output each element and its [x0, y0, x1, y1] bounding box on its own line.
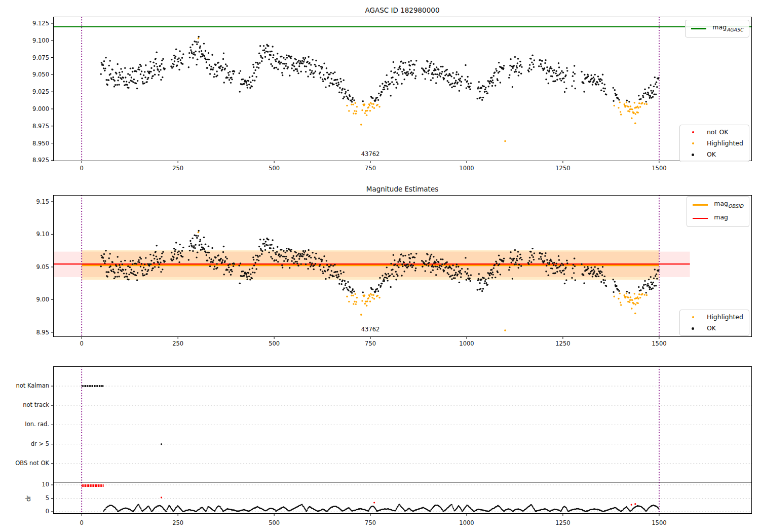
- y-tick-label: 9.15: [27, 198, 49, 205]
- y-tick-label: 9.025: [27, 88, 49, 95]
- x-tick-label: 500: [269, 165, 280, 172]
- panel1-title: AGASC ID 182980000: [365, 6, 440, 14]
- y-tick-label: 9.075: [27, 54, 49, 61]
- category-label: not track: [3, 401, 49, 408]
- legend-row: magOBSID: [693, 200, 743, 210]
- y-tick-label: 9.05: [27, 263, 49, 271]
- legend-row: mag: [693, 214, 743, 223]
- x-tick-label: 0: [80, 340, 84, 347]
- y-tick-label: 9.000: [27, 105, 49, 112]
- dr-tick-label: 5: [27, 495, 49, 502]
- x-tick-label: 1000: [459, 340, 474, 347]
- x-tick-label: 500: [269, 519, 280, 526]
- category-label: OBS not OK: [3, 460, 49, 467]
- mag-agasc-line-icon: [691, 28, 706, 29]
- x-tick-label: 1250: [555, 165, 570, 172]
- legend-mag-agasc: magAGASC: [685, 20, 749, 37]
- legend-point-classes-panel2: Highlighted OK: [679, 310, 749, 336]
- x-tick-label: 1250: [555, 340, 570, 347]
- legend-mag-lines-panel2: magOBSID mag: [687, 196, 749, 227]
- x-tick-label: 750: [365, 519, 376, 526]
- highlighted-dot-icon: [686, 142, 701, 144]
- y-tick-label: 9.050: [27, 71, 49, 78]
- dr-tick-label: 10: [27, 481, 49, 488]
- panel1-axes: [53, 17, 752, 161]
- legend-row: Highlighted: [686, 314, 743, 321]
- x-tick-label: 1000: [459, 165, 474, 172]
- x-tick-label: 1500: [652, 340, 666, 347]
- not-ok-dot-icon: [686, 131, 701, 133]
- obsid-annotation-panel2: 43762: [361, 326, 380, 333]
- mag-obsid-line-icon: [693, 204, 708, 206]
- x-tick-label: 0: [80, 165, 84, 172]
- legend-row: magAGASC: [691, 24, 743, 33]
- y-tick-label: 9.100: [27, 37, 49, 44]
- legend-label: magAGASC: [712, 24, 743, 33]
- obsid-annotation-panel1: 43762: [361, 150, 380, 158]
- x-tick-label: 0: [80, 519, 84, 526]
- x-tick-label: 250: [172, 340, 183, 347]
- x-tick-label: 1250: [555, 519, 570, 526]
- category-label: not Kalman: [3, 382, 49, 389]
- y-tick-label: 8.925: [27, 157, 49, 164]
- x-tick-label: 750: [365, 340, 376, 347]
- x-tick-label: 1500: [652, 519, 666, 526]
- y-tick-label: 8.950: [27, 140, 49, 147]
- x-tick-label: 1000: [459, 519, 474, 526]
- y-tick-label: 9.00: [27, 296, 49, 303]
- mag-line-icon: [693, 218, 708, 219]
- category-label: Ion. rad.: [3, 421, 49, 428]
- ok-dot-icon: [686, 154, 701, 156]
- legend-row: not OK: [686, 129, 743, 136]
- ok-dot-icon: [686, 327, 701, 330]
- category-label: dr > 5: [3, 440, 49, 447]
- y-tick-label: 9.125: [27, 20, 49, 27]
- y-tick-label: 9.10: [27, 231, 49, 238]
- dr-tick-label: 0: [27, 508, 49, 515]
- panel2-title: Magnitude Estimates: [366, 185, 438, 193]
- x-tick-label: 250: [172, 519, 183, 526]
- legend-point-classes-panel1: not OK Highlighted OK: [679, 125, 749, 162]
- legend-row: OK: [686, 325, 743, 332]
- highlighted-dot-icon: [686, 316, 701, 318]
- x-tick-label: 500: [269, 340, 280, 347]
- x-tick-label: 250: [172, 165, 183, 172]
- y-tick-label: 8.95: [27, 329, 49, 336]
- panel2-axes: [53, 195, 752, 337]
- panel3-axes: [53, 366, 752, 514]
- legend-row: Highlighted: [686, 140, 743, 147]
- x-tick-label: 750: [365, 165, 376, 172]
- x-tick-label: 1500: [652, 165, 666, 172]
- legend-row: OK: [686, 151, 743, 158]
- figure: AGASC ID 182980000 Magnitude Estimates 4…: [0, 0, 760, 532]
- y-tick-label: 8.975: [27, 123, 49, 130]
